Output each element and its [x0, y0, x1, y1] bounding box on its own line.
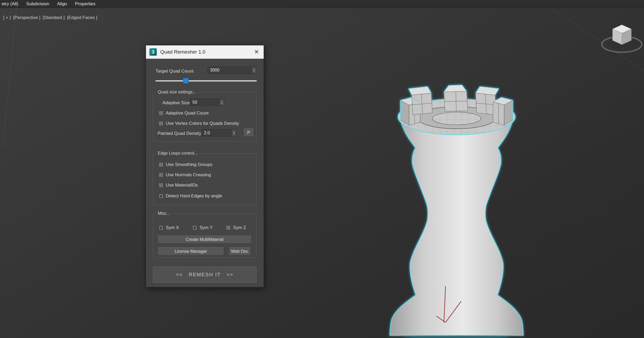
- check-icon: ✔: [159, 226, 163, 230]
- use-smoothing-groups-checkbox-row[interactable]: ✔ Use Smoothing Groups: [159, 162, 212, 167]
- sym-x-label: Sym X: [166, 225, 179, 230]
- use-vertex-colors-label: Use Vertex Colors for Quads Density: [166, 121, 239, 126]
- use-materialids-checkbox-row[interactable]: ✔ Use MaterialIDs: [159, 183, 198, 188]
- spinner-arrows[interactable]: ▴▾: [251, 67, 257, 74]
- use-vertex-colors-checkbox: ✔: [159, 121, 163, 126]
- sym-x-checkbox-row[interactable]: ✔ Sym X: [159, 225, 179, 230]
- viewport-label: [ + ] [Perspective ] [Standard ] [Edged …: [3, 15, 97, 20]
- adaptive-size-label: Adaptive Size: [162, 100, 190, 106]
- web-doc-button[interactable]: Web Doc: [229, 247, 251, 255]
- adaptive-size-value[interactable]: 50: [190, 99, 219, 106]
- use-smoothing-groups-label: Use Smoothing Groups: [166, 162, 212, 167]
- grid-line: [526, 113, 644, 125]
- target-quad-count-spinner[interactable]: 3000 ▴▾: [207, 66, 257, 74]
- adaptive-quad-count-checkbox-row[interactable]: ✔ Adaptive Quad Count: [159, 111, 209, 116]
- spinner-down-icon[interactable]: ▾: [233, 133, 235, 135]
- grid-line: [3, 8, 16, 148]
- create-multimaterial-button[interactable]: Create MultiMaterial: [158, 236, 252, 244]
- misc-title: Misc...: [156, 211, 172, 216]
- quad-remesher-dialog: 3 Quad Remesher 1.0 ✕ Target Quad Count …: [146, 45, 264, 287]
- dialog-title: Quad Remesher 1.0: [160, 49, 205, 55]
- detect-hard-edges-checkbox: ✔: [159, 194, 163, 198]
- adaptive-quad-count-checkbox: ✔: [159, 111, 163, 116]
- quad-count-slider[interactable]: [155, 80, 257, 82]
- menu-item-properties[interactable]: Properties: [71, 0, 99, 8]
- menu-item-align[interactable]: Align: [53, 0, 71, 8]
- remesh-it-button[interactable]: << REMESH IT >>: [153, 266, 257, 283]
- target-quad-count-label: Target Quad Count: [155, 69, 193, 74]
- use-normals-creasing-label: Use Normals Creasing: [166, 172, 211, 178]
- use-materialids-label: Use MaterialIDs: [166, 183, 198, 188]
- target-quad-count-value[interactable]: 3000: [208, 67, 251, 74]
- viewport[interactable]: [362, 71, 541, 338]
- paint-density-button[interactable]: P: [243, 128, 254, 137]
- menu-item-subdivision[interactable]: Subdivision: [22, 0, 53, 8]
- detect-hard-edges-label: Detect Hard-Edges by angle: [166, 193, 222, 199]
- adaptive-quad-count-label: Adaptive Quad Count: [166, 111, 209, 116]
- use-normals-creasing-checkbox-row[interactable]: ✔ Use Normals Creasing: [159, 172, 211, 178]
- painted-quad-density-value[interactable]: 2.0: [202, 130, 231, 136]
- detect-hard-edges-checkbox-row[interactable]: ✔ Detect Hard-Edges by angle: [159, 193, 222, 199]
- spinner-down-icon[interactable]: ▾: [221, 102, 222, 104]
- sym-y-label: Sym Y: [200, 225, 213, 230]
- viewport-grid: [0, 0, 644, 338]
- sym-z-label: Sym Z: [233, 225, 246, 230]
- check-icon: ✔: [159, 194, 163, 198]
- adaptive-size-spinner[interactable]: 50 ▴▾: [190, 99, 225, 106]
- menu-bar: etry (All) Subdivision Align Properties: [0, 0, 644, 8]
- quad-count-slider-handle[interactable]: [183, 78, 189, 84]
- use-vertex-colors-checkbox-row[interactable]: ✔ Use Vertex Colors for Quads Density: [159, 121, 239, 126]
- painted-quad-density-spinner[interactable]: 2.0 ▴▾: [201, 129, 237, 136]
- rook-model[interactable]: [390, 85, 523, 338]
- painted-quad-density-label: Painted Quad Density: [158, 131, 201, 136]
- use-materialids-checkbox: ✔: [159, 183, 163, 188]
- sym-z-checkbox: ✔: [226, 225, 231, 230]
- quad-size-settings-title: Quad size settings...: [156, 90, 198, 94]
- viewcube-cube[interactable]: [613, 25, 631, 45]
- spinner-arrows[interactable]: ▴▾: [219, 99, 224, 106]
- menu-item-geometry-all[interactable]: etry (All): [0, 0, 22, 8]
- spinner-down-icon[interactable]: ▾: [253, 70, 255, 72]
- sym-x-checkbox: ✔: [159, 225, 163, 230]
- dialog-titlebar[interactable]: 3 Quad Remesher 1.0 ✕: [146, 45, 264, 59]
- edge-loops-control-title: Edge Loops control...: [156, 151, 199, 156]
- use-smoothing-groups-checkbox: ✔: [159, 162, 163, 167]
- viewport-menu-general[interactable]: [ + ]: [3, 15, 11, 20]
- viewcube[interactable]: [599, 18, 644, 59]
- check-icon: ✔: [193, 226, 196, 230]
- viewport-menu-shading-edged-faces[interactable]: [Edged Faces ]: [67, 15, 97, 20]
- rook-rim-recess-mesh: [432, 112, 481, 125]
- sym-z-checkbox-row[interactable]: ✔ Sym Z: [226, 225, 246, 230]
- viewport-menu-pov[interactable]: [Perspective ]: [13, 15, 40, 20]
- 3ds-max-window: etry (All) Subdivision Align Properties …: [0, 0, 644, 338]
- spinner-arrows[interactable]: ▴▾: [231, 130, 236, 136]
- use-normals-creasing-checkbox: ✔: [159, 173, 163, 177]
- close-icon[interactable]: ✕: [249, 46, 264, 59]
- app-icon: 3: [149, 48, 157, 56]
- license-manager-button[interactable]: License Manager: [158, 247, 224, 255]
- viewport-menu-shading-standard[interactable]: [Standard ]: [43, 15, 65, 20]
- selection-outline: [390, 123, 523, 335]
- sym-y-checkbox-row[interactable]: ✔ Sym Y: [192, 225, 213, 230]
- sym-y-checkbox: ✔: [192, 225, 197, 230]
